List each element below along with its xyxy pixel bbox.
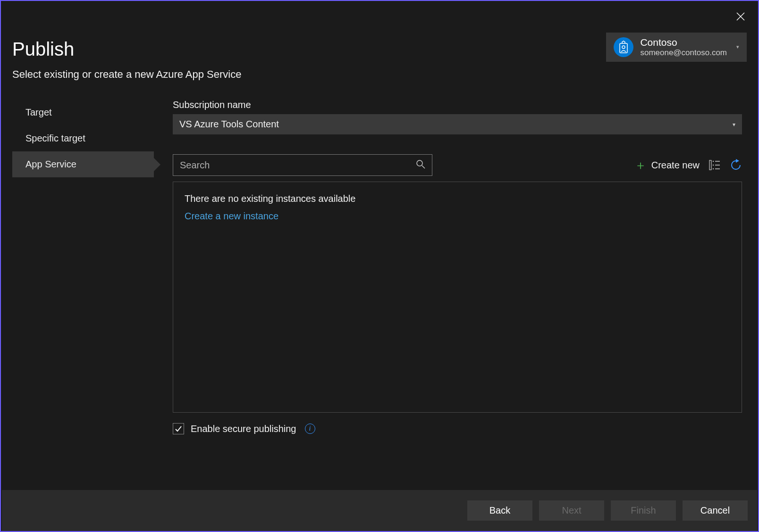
- search-input[interactable]: [180, 160, 416, 171]
- account-text: Contoso someone@contoso.com: [640, 36, 727, 58]
- sidebar-item-target[interactable]: Target: [12, 100, 154, 125]
- finish-button: Finish: [611, 500, 676, 521]
- svg-rect-2: [620, 43, 627, 53]
- page-subtitle: Select existing or create a new Azure Ap…: [1, 60, 758, 81]
- badge-icon: [614, 37, 633, 57]
- sidebar-item-specific-target[interactable]: Specific target: [12, 125, 154, 151]
- back-button[interactable]: Back: [467, 500, 532, 521]
- svg-rect-6: [709, 160, 711, 170]
- create-instance-link[interactable]: Create a new instance: [185, 211, 730, 222]
- refresh-icon[interactable]: [730, 159, 742, 171]
- sidebar-item-label: Specific target: [25, 133, 85, 143]
- dialog-footer: Back Next Finish Cancel: [2, 490, 757, 531]
- svg-point-3: [622, 46, 625, 49]
- subscription-dropdown[interactable]: VS Azure Tools Content ▾: [173, 114, 742, 134]
- cancel-button[interactable]: Cancel: [683, 500, 748, 521]
- plus-icon: ＋: [634, 157, 647, 174]
- create-new-label: Create new: [651, 160, 700, 171]
- account-email: someone@contoso.com: [640, 48, 727, 58]
- secure-publishing-checkbox[interactable]: [173, 423, 184, 434]
- sidebar-item-label: Target: [25, 107, 52, 117]
- wizard-sidebar: Target Specific target App Service: [12, 100, 154, 434]
- svg-point-4: [417, 160, 422, 166]
- info-icon[interactable]: i: [305, 424, 315, 434]
- chevron-down-icon: ▾: [733, 121, 735, 128]
- svg-line-5: [422, 166, 425, 168]
- close-icon[interactable]: [736, 10, 745, 24]
- account-selector[interactable]: Contoso someone@contoso.com ▾: [606, 33, 747, 62]
- sidebar-item-label: App Service: [25, 159, 76, 169]
- search-box[interactable]: [173, 154, 432, 176]
- search-icon: [416, 159, 425, 171]
- subscription-value: VS Azure Tools Content: [179, 119, 279, 130]
- next-button: Next: [539, 500, 604, 521]
- secure-publishing-label: Enable secure publishing: [191, 424, 296, 434]
- empty-instances-message: There are no existing instances availabl…: [185, 193, 730, 204]
- account-name: Contoso: [640, 36, 727, 48]
- tree-view-icon[interactable]: [709, 160, 720, 170]
- instances-panel: There are no existing instances availabl…: [173, 182, 742, 413]
- subscription-label: Subscription name: [173, 100, 742, 110]
- sidebar-item-app-service[interactable]: App Service: [12, 151, 154, 177]
- create-new-button[interactable]: ＋ Create new: [634, 157, 700, 174]
- chevron-down-icon: ▾: [736, 44, 739, 50]
